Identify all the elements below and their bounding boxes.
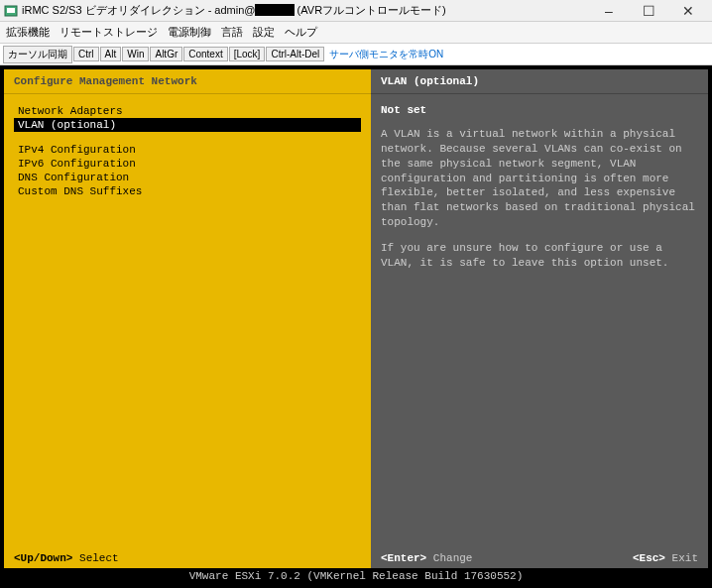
monitor-status[interactable]: サーバ側モニタを常時ON	[329, 48, 443, 61]
status-bar: VMware ESXi 7.0.2 (VMKernel Release Buil…	[4, 568, 708, 584]
menu-language[interactable]: 言語	[221, 25, 243, 40]
config-menu-list: IPv4 Configuration IPv6 Configuration DN…	[14, 143, 361, 198]
menu-remote-storage[interactable]: リモートストレージ	[59, 25, 158, 40]
network-menu-list: Network Adapters VLAN (optional)	[14, 104, 361, 132]
ctrl-alt-del-button[interactable]: Ctrl-Alt-Del	[266, 47, 324, 61]
vlan-status: Not set	[381, 104, 698, 116]
svg-rect-1	[7, 8, 15, 13]
console-wrapper: Configure Management Network Network Ada…	[0, 65, 712, 588]
ctrl-button[interactable]: Ctrl	[73, 47, 99, 61]
cursor-sync-button[interactable]: カーソル同期	[3, 46, 72, 63]
menu-help[interactable]: ヘルプ	[285, 25, 317, 40]
left-panel-body: Network Adapters VLAN (optional) IPv4 Co…	[4, 94, 371, 568]
alt-button[interactable]: Alt	[100, 47, 122, 61]
right-panel-body: Not set A VLAN is a virtual network with…	[371, 94, 708, 568]
footer-hints: <Up/Down> Select <Enter> Change <Esc> Ex…	[4, 548, 708, 568]
window-title: iRMC S2/S3 ビデオリダイレクション - admin@ (AVRフルコン…	[22, 3, 589, 18]
right-panel: VLAN (optional) Not set A VLAN is a virt…	[371, 69, 708, 568]
menu-custom-dns[interactable]: Custom DNS Suffixes	[14, 184, 361, 198]
right-panel-header: VLAN (optional)	[371, 69, 708, 94]
title-prefix: iRMC S2/S3 ビデオリダイレクション - admin@	[22, 4, 255, 16]
console: Configure Management Network Network Ada…	[4, 69, 708, 568]
vlan-description-2: If you are unsure how to configure or us…	[381, 241, 698, 271]
left-panel-header: Configure Management Network	[4, 69, 371, 94]
title-host-redacted	[255, 4, 294, 16]
minimize-button[interactable]: –	[589, 0, 629, 22]
lock-button[interactable]: [Lock]	[229, 47, 266, 61]
footer-left: <Up/Down> Select	[4, 548, 371, 568]
window-titlebar: iRMC S2/S3 ビデオリダイレクション - admin@ (AVRフルコン…	[0, 0, 712, 22]
esc-action: Exit	[672, 552, 698, 564]
esc-key: <Esc>	[633, 552, 665, 564]
app-icon	[4, 4, 18, 18]
menu-ipv6-config[interactable]: IPv6 Configuration	[14, 157, 361, 171]
menu-dns-config[interactable]: DNS Configuration	[14, 171, 361, 184]
vlan-description-1: A VLAN is a virtual network within a phy…	[381, 127, 698, 230]
title-suffix: (AVRフルコントロールモード)	[297, 4, 446, 16]
left-panel: Configure Management Network Network Ada…	[4, 69, 371, 568]
close-button[interactable]: ✕	[668, 0, 708, 22]
menubar: 拡張機能 リモートストレージ 電源制御 言語 設定 ヘルプ	[0, 22, 712, 44]
updown-key: <Up/Down>	[14, 552, 72, 564]
enter-key: <Enter>	[381, 552, 426, 564]
toolbar: カーソル同期 Ctrl Alt Win AltGr Context [Lock]…	[0, 44, 712, 65]
updown-action: Select	[79, 552, 119, 564]
menu-settings[interactable]: 設定	[253, 25, 275, 40]
context-button[interactable]: Context	[183, 47, 227, 61]
menu-spacer	[14, 132, 361, 143]
menu-vlan-optional[interactable]: VLAN (optional)	[14, 118, 361, 132]
footer-right: <Enter> Change <Esc> Exit	[371, 548, 708, 568]
enter-action: Change	[433, 552, 473, 564]
menu-network-adapters[interactable]: Network Adapters	[14, 104, 361, 118]
maximize-button[interactable]: ☐	[629, 0, 668, 22]
altgr-button[interactable]: AltGr	[150, 47, 182, 61]
win-button[interactable]: Win	[122, 47, 149, 61]
menu-power[interactable]: 電源制御	[168, 25, 211, 40]
window-controls: – ☐ ✕	[589, 0, 708, 22]
menu-ipv4-config[interactable]: IPv4 Configuration	[14, 143, 361, 157]
menu-extensions[interactable]: 拡張機能	[6, 25, 50, 40]
